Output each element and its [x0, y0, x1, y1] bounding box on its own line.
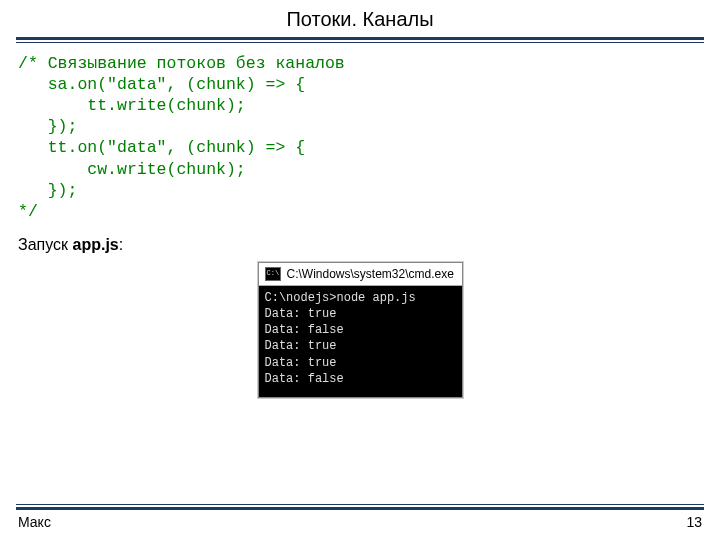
- footer-row: Макс 13: [0, 514, 720, 530]
- cmd-icon: [265, 267, 281, 281]
- slide-content: /* Связывание потоков без каналов sa.on(…: [0, 53, 720, 398]
- terminal-container: C:\Windows\system32\cmd.exe C:\nodejs>no…: [18, 262, 702, 398]
- footer-author: Макс: [18, 514, 51, 530]
- terminal-output: C:\nodejs>node app.js Data: true Data: f…: [259, 286, 462, 397]
- launch-prefix: Запуск: [18, 236, 73, 253]
- code-block: /* Связывание потоков без каналов sa.on(…: [18, 53, 702, 222]
- launch-label: Запуск app.js:: [18, 236, 702, 254]
- code-line: */: [18, 202, 38, 221]
- code-line: tt.on("data", (chunk) => {: [18, 138, 305, 157]
- launch-suffix: :: [119, 236, 123, 253]
- divider-bottom-thick: [16, 507, 704, 510]
- code-line: sa.on("data", (chunk) => {: [18, 75, 305, 94]
- launch-filename: app.js: [73, 236, 119, 253]
- divider-top-thick: [16, 37, 704, 40]
- slide-footer: Макс 13: [0, 504, 720, 530]
- page-number: 13: [686, 514, 702, 530]
- slide-title: Потоки. Каналы: [0, 8, 720, 31]
- code-line: });: [18, 117, 77, 136]
- terminal-window: C:\Windows\system32\cmd.exe C:\nodejs>no…: [258, 262, 463, 398]
- code-line: tt.write(chunk);: [18, 96, 246, 115]
- divider-bottom-thin: [16, 504, 704, 505]
- terminal-title-text: C:\Windows\system32\cmd.exe: [287, 267, 454, 281]
- divider-top-thin: [16, 42, 704, 43]
- code-line: /* Связывание потоков без каналов: [18, 54, 345, 73]
- code-line: });: [18, 181, 77, 200]
- code-line: cw.write(chunk);: [18, 160, 246, 179]
- slide-header: Потоки. Каналы: [0, 0, 720, 37]
- terminal-titlebar: C:\Windows\system32\cmd.exe: [259, 263, 462, 286]
